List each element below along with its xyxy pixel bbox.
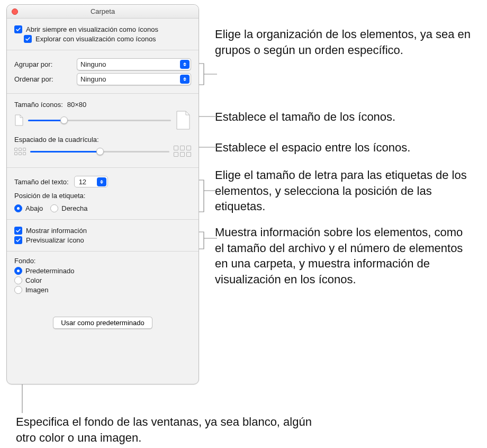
grid-loose-icon	[174, 146, 191, 157]
stepper-text-size[interactable]: 12	[74, 176, 108, 187]
doc-small-icon	[14, 114, 24, 126]
radio-text-image: Imagen	[25, 286, 48, 294]
section-open-mode: Abrir siempre en visualización como ícon…	[7, 19, 199, 50]
slider-grid-spacing[interactable]	[30, 146, 169, 157]
select-group-by[interactable]: Ninguno	[77, 58, 191, 70]
radio-icon	[14, 204, 22, 212]
radio-icon	[14, 276, 22, 284]
callout-info: Muestra información sobre los elementos,…	[215, 225, 474, 288]
label-always-open: Abrir siempre en visualización como ícon…	[26, 25, 158, 33]
radio-text-default: Predeterminado	[25, 267, 75, 275]
section-arrange: Agrupar por: Ninguno Ordenar por: Ningun…	[7, 50, 199, 94]
callout-text: Elige el tamaño de letra para las etique…	[215, 167, 474, 214]
use-as-default-button[interactable]: Usar como predeterminado	[53, 317, 152, 329]
updown-icon	[180, 60, 190, 69]
radio-label-bottom[interactable]: Abajo	[14, 204, 43, 212]
updown-icon	[180, 75, 190, 84]
label-text-size: Tamaño del texto:	[14, 178, 69, 186]
label-icon-size: Tamaño íconos:	[14, 101, 63, 109]
select-sort-value: Ninguno	[80, 75, 106, 83]
label-preview-icon: Previsualizar ícono	[26, 236, 84, 244]
select-group-value: Ninguno	[80, 60, 106, 68]
section-sizes: Tamaño íconos: 80×80 Espaciado de la cua…	[7, 94, 199, 168]
label-grid-spacing: Espaciado de la cuadrícula:	[14, 136, 191, 144]
radio-text-bottom: Abajo	[25, 204, 43, 212]
radio-icon	[50, 204, 58, 212]
value-icon-size: 80×80	[67, 101, 87, 109]
label-background: Fondo:	[14, 257, 191, 265]
radio-text-color: Color	[25, 276, 42, 284]
select-sort-by[interactable]: Ninguno	[77, 73, 191, 85]
callout-grid-spacing: Establece el espacio entre los íconos.	[215, 140, 410, 156]
close-button[interactable]	[12, 8, 18, 15]
radio-text-right: Derecha	[61, 204, 87, 212]
callout-arrange: Elige la organización de los elementos, …	[215, 26, 474, 58]
label-group-by: Agrupar por:	[14, 60, 77, 68]
label-browse: Explorar con visualización como íconos	[35, 35, 156, 43]
checkbox-show-info[interactable]	[14, 227, 22, 235]
section-background: Fondo: Predeterminado Color Imagen	[7, 252, 199, 308]
slider-icon-size[interactable]	[28, 115, 171, 126]
section-info: Mostrar información Previsualizar ícono	[7, 220, 199, 252]
doc-large-icon	[175, 110, 191, 130]
value-text-size: 12	[79, 178, 86, 186]
checkbox-browse-icons[interactable]	[24, 35, 32, 43]
checkbox-preview-icon[interactable]	[14, 236, 22, 244]
titlebar: Carpeta	[7, 5, 199, 19]
radio-icon	[14, 286, 22, 294]
view-options-window: Carpeta Abrir siempre en visualización c…	[6, 4, 199, 384]
radio-label-right[interactable]: Derecha	[50, 204, 87, 212]
section-text: Tamaño del texto: 12 Posición de la etiq…	[7, 168, 199, 220]
window-title: Carpeta	[7, 5, 199, 19]
updown-icon	[97, 177, 106, 186]
radio-icon	[14, 267, 22, 275]
label-sort-by: Ordenar por:	[14, 75, 77, 83]
radio-bg-color[interactable]: Color	[14, 276, 191, 284]
label-label-position: Posición de la etiqueta:	[14, 192, 191, 200]
callout-icon-size: Establece el tamaño de los íconos.	[215, 109, 395, 125]
radio-bg-image[interactable]: Imagen	[14, 286, 191, 294]
grid-tight-icon	[14, 148, 26, 155]
callout-background: Especifica el fondo de las ventanas, ya …	[16, 414, 312, 445]
label-show-info: Mostrar información	[26, 227, 87, 235]
checkbox-always-open-icons[interactable]	[14, 25, 22, 33]
radio-bg-default[interactable]: Predeterminado	[14, 267, 191, 275]
